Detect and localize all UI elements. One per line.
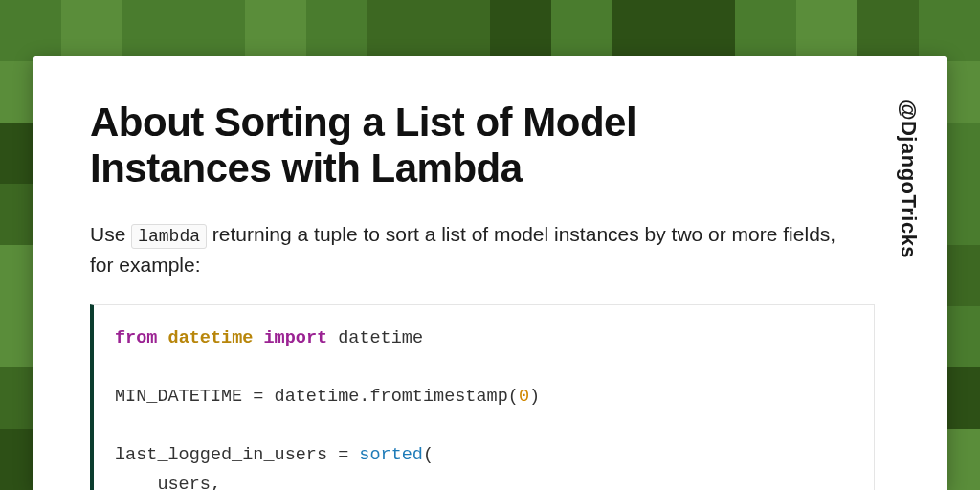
article-card: @DjangoTricks About Sorting a List of Mo… xyxy=(33,56,947,490)
code-text: last_logged_in_users = xyxy=(115,445,359,465)
keyword-import: import xyxy=(263,328,327,348)
author-handle: @DjangoTricks xyxy=(896,100,921,258)
code-text: datetime xyxy=(327,328,423,348)
intro-paragraph: Use lambda returning a tuple to sort a l… xyxy=(90,219,856,280)
article-title: About Sorting a List of Model Instances … xyxy=(90,100,817,192)
code-text: ( xyxy=(423,445,434,465)
code-block: from datetime import datetime MIN_DATETI… xyxy=(90,304,875,490)
keyword-from: from xyxy=(115,328,157,348)
code-text: MIN_DATETIME = datetime.fromtimestamp( xyxy=(115,387,519,407)
code-text: ) xyxy=(529,387,540,407)
code-text: users, xyxy=(115,475,221,490)
intro-text-before: Use xyxy=(90,223,131,245)
inline-code: lambda xyxy=(131,224,207,249)
module-datetime: datetime xyxy=(168,328,254,348)
number-literal: 0 xyxy=(519,387,529,407)
builtin-sorted: sorted xyxy=(359,445,423,465)
